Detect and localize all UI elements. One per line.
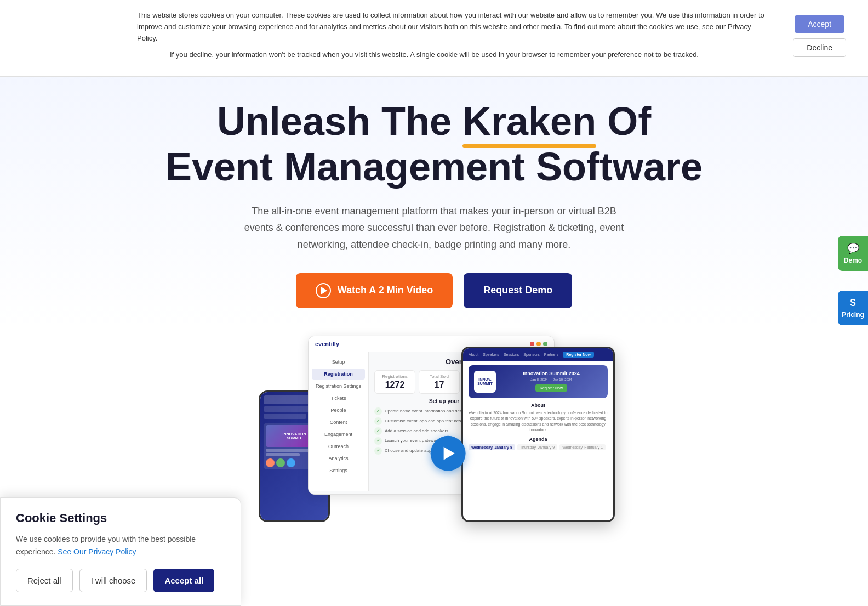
stat-value-reg: 1272 xyxy=(379,380,410,390)
dashboard-sidebar: Setup Registration Registration Settings… xyxy=(309,352,369,491)
hero-title-line2: Event Management Software xyxy=(165,145,703,189)
hero-title: Unleash The Kraken Of Event Management S… xyxy=(11,99,857,190)
request-demo-button[interactable]: Request Demo xyxy=(464,273,572,308)
step-check-4: ✓ xyxy=(374,437,382,445)
demo-chat-icon: 💬 xyxy=(847,242,859,254)
hero-title-line1: Unleash The Kraken Of xyxy=(217,99,651,143)
tablet-nav-sponsors: Sponsors xyxy=(523,353,540,356)
step-check-2: ✓ xyxy=(374,417,382,425)
floating-pricing-label: Pricing xyxy=(842,311,864,319)
sidebar-item-engagement[interactable]: Engagement xyxy=(312,429,365,440)
agenda-tab-3[interactable]: Wednesday, February 1 xyxy=(559,444,606,450)
tablet-event-title: Innovation Summit 2024 xyxy=(500,371,602,376)
play-icon xyxy=(316,283,331,298)
tablet-nav-speakers: Speakers xyxy=(483,353,499,356)
stat-label-reg: Registrations xyxy=(379,374,410,379)
dot-red xyxy=(530,342,534,346)
dot-green xyxy=(543,342,547,346)
tablet-event-logo: INNOV.SUMMIT xyxy=(474,371,496,393)
sidebar-item-outreach[interactable]: Outreach xyxy=(312,441,365,452)
stat-value-sold: 17 xyxy=(424,380,455,390)
cookie-settings-buttons: Reject all I will choose Accept all xyxy=(16,569,225,592)
video-play-button[interactable] xyxy=(431,435,466,471)
watch-video-label: Watch A 2 Min Video xyxy=(338,285,433,296)
tablet-content: INNOV.SUMMIT Innovation Summit 2024 Jan … xyxy=(463,361,613,457)
main-content: Unleash The Kraken Of Event Management S… xyxy=(0,77,868,522)
dashboard-logo: eventilly xyxy=(315,341,339,347)
cookie-settings-text: We use cookies to provide you with the b… xyxy=(16,533,225,558)
tablet-nav-sessions: Sessions xyxy=(504,353,519,356)
stat-label-sold: Total Sold xyxy=(424,374,455,379)
avatar-1 xyxy=(266,458,275,467)
step-check-5: ✓ xyxy=(374,447,382,455)
step-text-3: Add a session and add speakers xyxy=(385,428,448,433)
phone-event-label: INNOVATIONSUMMIT xyxy=(282,431,307,441)
agenda-tab-2[interactable]: Thursday, January 9 xyxy=(517,444,557,450)
cookie-top-accept-button[interactable]: Accept xyxy=(795,15,844,33)
cookie-top-sub-text: If you decline, your information won't b… xyxy=(137,49,771,61)
hero-subtitle: The all-in-one event management platform… xyxy=(242,203,626,253)
cookie-top-text-block: This website stores cookies on your comp… xyxy=(137,10,771,66)
step-check-1: ✓ xyxy=(374,407,382,415)
step-text-2: Customise event logo and app features xyxy=(385,418,461,423)
tablet-nav-register[interactable]: Register Now xyxy=(563,352,594,358)
phone-line-2 xyxy=(264,414,306,419)
sidebar-item-content[interactable]: Content xyxy=(312,417,365,428)
i-will-choose-button[interactable]: I will choose xyxy=(79,569,147,592)
avatar-2 xyxy=(276,458,285,467)
dashboard-dots xyxy=(530,342,547,346)
cookie-top-main-text: This website stores cookies on your comp… xyxy=(137,10,771,44)
tablet-register-btn[interactable]: Register Now xyxy=(535,384,567,392)
sidebar-item-registration[interactable]: Registration xyxy=(312,369,365,380)
dashboard-mockup: INNOVATIONSUMMIT eventilly xyxy=(253,336,615,522)
cookie-privacy-link[interactable]: See Our Privacy Policy xyxy=(58,547,136,556)
step-text-4: Launch your event gateway xyxy=(385,438,438,443)
stat-registrations: Registrations 1272 xyxy=(374,370,415,394)
phone-text-2 xyxy=(266,453,300,456)
sidebar-item-reg-settings[interactable]: Registration Settings xyxy=(312,381,365,392)
cookie-banner-top: This website stores cookies on your comp… xyxy=(0,0,868,77)
tablet-about-title: About xyxy=(469,403,608,408)
tablet-agenda-tabs: Wednesday, January 8 Thursday, January 9… xyxy=(469,444,608,450)
tablet-event-info: Innovation Summit 2024 Jan 8, 2024 — Jan… xyxy=(500,371,602,393)
stat-sold: Total Sold 17 xyxy=(419,370,460,394)
step-check-3: ✓ xyxy=(374,427,382,435)
tablet-nav: About Speakers Sessions Sponsors Partner… xyxy=(463,348,613,361)
sidebar-item-tickets[interactable]: Tickets xyxy=(312,393,365,404)
floating-demo-label: Demo xyxy=(844,257,862,264)
cookie-top-decline-button[interactable]: Decline xyxy=(793,38,846,57)
hero-title-kraken: Kraken xyxy=(462,99,596,144)
tablet-event-header: INNOV.SUMMIT Innovation Summit 2024 Jan … xyxy=(469,365,608,398)
hero-buttons: Watch A 2 Min Video Request Demo xyxy=(11,273,857,308)
tablet-agenda-title: Agenda xyxy=(469,437,608,442)
sidebar-item-settings[interactable]: Settings xyxy=(312,465,365,476)
cookie-settings-panel: Cookie Settings We use cookies to provid… xyxy=(0,497,241,606)
tablet-event-desc: Jan 8, 2024 — Jan 10, 2024 xyxy=(500,377,602,382)
cookie-settings-title: Cookie Settings xyxy=(16,511,225,525)
pricing-dollar-icon: $ xyxy=(850,297,855,309)
tablet-nav-about: About xyxy=(469,353,478,356)
tablet-nav-partners: Partners xyxy=(544,353,558,356)
tablet-mockup: About Speakers Sessions Sponsors Partner… xyxy=(461,347,615,522)
tablet-about-text: eVentility.io at 2024 Innovation Summit … xyxy=(469,410,608,433)
floating-pricing-button[interactable]: $ Pricing xyxy=(838,291,868,325)
accept-all-button[interactable]: Accept all xyxy=(153,569,214,592)
reject-all-button[interactable]: Reject all xyxy=(16,569,73,592)
watch-video-button[interactable]: Watch A 2 Min Video xyxy=(296,273,453,308)
dot-yellow xyxy=(536,342,541,346)
sidebar-item-setup[interactable]: Setup xyxy=(312,356,365,367)
agenda-tab-1[interactable]: Wednesday, January 8 xyxy=(469,444,515,450)
step-text-1: Update basic event information and detai… xyxy=(385,409,467,414)
tablet-screen: About Speakers Sessions Sponsors Partner… xyxy=(463,348,613,520)
avatar-3 xyxy=(287,458,295,467)
sidebar-item-people[interactable]: People xyxy=(312,405,365,416)
floating-demo-button[interactable]: 💬 Demo xyxy=(838,236,868,271)
sidebar-item-analytics[interactable]: Analytics xyxy=(312,453,365,464)
cookie-top-buttons: Accept Decline xyxy=(793,10,846,57)
